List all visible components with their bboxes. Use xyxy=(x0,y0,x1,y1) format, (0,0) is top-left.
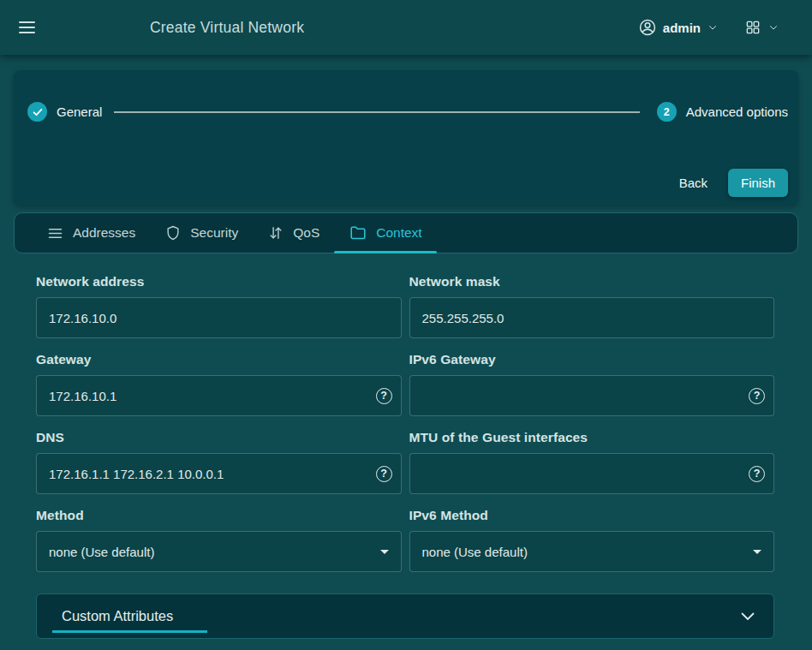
field-gateway: Gateway ? xyxy=(36,352,402,416)
menu-icon[interactable] xyxy=(19,21,35,33)
active-tab-indicator xyxy=(334,251,436,253)
ipv6-method-select-value: none (Use default) xyxy=(410,545,540,559)
chevron-down-icon xyxy=(767,21,779,33)
shield-icon xyxy=(164,224,182,242)
text-control: ? xyxy=(36,375,402,416)
wizard-stepper: General 2 Advanced options xyxy=(22,102,788,122)
finish-button[interactable]: Finish xyxy=(728,169,788,197)
advanced-options-tabs: Addresses Security QoS Context xyxy=(14,212,798,253)
field-label: Method xyxy=(36,508,402,523)
field-label: Gateway xyxy=(36,352,402,367)
network-mask-input[interactable] xyxy=(410,298,774,337)
accordion-title-underline xyxy=(52,630,207,633)
caret-down-icon xyxy=(753,550,761,554)
tab-qos[interactable]: QoS xyxy=(253,213,334,253)
field-dns: DNS ? xyxy=(36,430,402,494)
step-advanced-label[interactable]: Advanced options xyxy=(686,104,788,119)
step-2-badge[interactable]: 2 xyxy=(657,102,677,122)
field-label: IPv6 Method xyxy=(409,508,775,523)
tab-addresses[interactable]: Addresses xyxy=(32,213,150,253)
folder-icon xyxy=(349,224,367,242)
ipv6-gateway-input[interactable] xyxy=(410,376,774,415)
step-completed-icon[interactable] xyxy=(27,102,47,122)
tab-label: Addresses xyxy=(73,225,135,241)
page-title: Create Virtual Network xyxy=(150,19,304,37)
help-icon[interactable]: ? xyxy=(376,388,392,404)
text-control: ? xyxy=(36,453,402,494)
dns-input[interactable] xyxy=(37,454,401,493)
apps-grid-icon xyxy=(744,19,761,36)
field-label: Network address xyxy=(36,274,402,289)
tab-context[interactable]: Context xyxy=(334,213,436,253)
user-name: admin xyxy=(663,21,701,35)
tab-label: QoS xyxy=(293,225,319,241)
field-ipv6-gateway: IPv6 Gateway ? xyxy=(409,352,775,416)
chevron-down-icon xyxy=(741,612,755,621)
field-label: MTU of the Guest interfaces xyxy=(409,430,775,445)
accordion-title: Custom Attributes xyxy=(62,608,173,624)
text-control xyxy=(409,297,775,338)
menu-bar xyxy=(19,21,35,23)
help-icon[interactable]: ? xyxy=(749,466,765,482)
custom-attributes-accordion[interactable]: Custom Attributes xyxy=(36,593,774,639)
back-button[interactable]: Back xyxy=(671,170,716,195)
wizard-actions: Back Finish xyxy=(22,169,788,197)
tab-security[interactable]: Security xyxy=(150,213,253,253)
sort-arrows-icon xyxy=(267,224,284,242)
stepper-connector xyxy=(114,111,639,113)
field-label: Network mask xyxy=(409,274,775,289)
help-icon[interactable]: ? xyxy=(749,388,765,404)
field-ipv6-method: IPv6 Method none (Use default) xyxy=(409,508,775,572)
step-2-number: 2 xyxy=(664,106,670,118)
user-circle-icon xyxy=(638,18,657,37)
field-label: IPv6 Gateway xyxy=(409,352,775,367)
network-address-input[interactable] xyxy=(37,298,401,337)
list-icon xyxy=(46,224,64,242)
mtu-input[interactable] xyxy=(410,454,774,493)
gateway-input[interactable] xyxy=(37,376,401,415)
chevron-down-icon xyxy=(707,21,719,33)
context-form: Network address Network mask Gateway ? I… xyxy=(14,253,798,639)
field-network-mask: Network mask xyxy=(409,274,775,338)
caret-down-icon xyxy=(380,550,389,554)
menu-bar xyxy=(19,27,35,28)
field-network-address: Network address xyxy=(36,274,402,338)
method-select[interactable]: none (Use default) xyxy=(36,531,402,572)
field-method: Method none (Use default) xyxy=(36,508,402,572)
app-bar: Create Virtual Network admin xyxy=(0,0,812,55)
ipv6-method-select[interactable]: none (Use default) xyxy=(409,531,775,572)
field-label: DNS xyxy=(36,430,402,445)
text-control: ? xyxy=(409,453,775,494)
tab-label: Security xyxy=(190,225,238,241)
tab-label: Context xyxy=(376,225,421,241)
text-control xyxy=(36,297,402,338)
stepper-card: General 2 Advanced options Back Finish xyxy=(14,70,798,206)
user-menu-button[interactable]: admin xyxy=(638,18,719,37)
apps-menu-button[interactable] xyxy=(744,19,779,36)
check-icon xyxy=(32,106,44,118)
help-icon[interactable]: ? xyxy=(376,466,392,482)
text-control: ? xyxy=(409,375,775,416)
field-mtu: MTU of the Guest interfaces ? xyxy=(409,430,775,494)
menu-bar xyxy=(19,32,35,33)
wizard-content: General 2 Advanced options Back Finish A… xyxy=(0,70,812,639)
step-general-label[interactable]: General xyxy=(57,104,102,119)
method-select-value: none (Use default) xyxy=(37,545,166,559)
